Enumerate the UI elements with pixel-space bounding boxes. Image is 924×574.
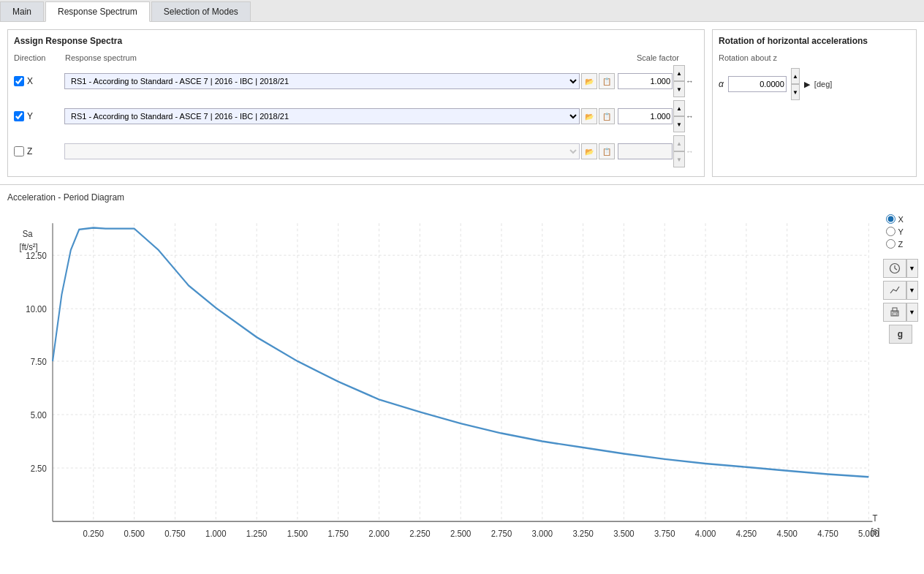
label-z: Z (27, 146, 32, 156)
scale-up-x[interactable]: ▲ (673, 65, 685, 81)
direction-row-y: Y RS1 - According to Standard - ASCE 7 |… (14, 100, 698, 132)
rs-wrap-y: RS1 - According to Standard - ASCE 7 | 2… (64, 108, 615, 124)
label-y: Y (27, 111, 33, 121)
svg-text:2.250: 2.250 (409, 528, 431, 539)
main-content: Assign Response Spectra Direction Respon… (0, 22, 924, 574)
svg-text:4.250: 4.250 (736, 528, 757, 539)
svg-text:4.500: 4.500 (776, 528, 798, 539)
rotation-row: α 0.0000 ▲ ▼ ▶ [deg] (719, 68, 910, 100)
svg-text:1.750: 1.750 (328, 528, 349, 539)
rotation-about-z: Rotation about z (719, 53, 910, 62)
rs-select-x[interactable]: RS1 - According to Standard - ASCE 7 | 2… (64, 73, 580, 89)
rot-down[interactable]: ▼ (791, 84, 800, 100)
checkbox-y[interactable] (14, 111, 24, 121)
chart-svg: .grid-line { stroke: #ccc; stroke-width:… (7, 205, 884, 570)
dir-x-label: X (14, 76, 61, 86)
rot-up[interactable]: ▲ (791, 68, 800, 84)
tab-response-spectrum[interactable]: Response Spectrum (45, 1, 150, 22)
radio-y[interactable] (886, 227, 895, 236)
assign-panel-title: Assign Response Spectra (14, 36, 698, 46)
rs-open-btn-y[interactable]: 📂 (581, 108, 597, 124)
alpha-label: α (719, 79, 724, 89)
rotation-input[interactable]: 0.0000 (728, 76, 787, 92)
svg-text:7.50: 7.50 (31, 356, 47, 367)
bottom-panel: Acceleration - Period Diagram .grid-line… (0, 185, 924, 574)
arrow-y: ↔ (686, 112, 694, 121)
svg-text:1.500: 1.500 (287, 528, 308, 539)
chart-controls: X Y Z ▼ (884, 192, 917, 570)
direction-row-z: Z 📂 📋 ▲ ▼ ↔ (14, 135, 698, 167)
scale-input-y[interactable]: 1.000 (618, 108, 673, 124)
checkbox-x[interactable] (14, 76, 24, 86)
clock-icon (889, 263, 901, 274)
print-icon (889, 306, 901, 318)
rs-copy-btn-x[interactable]: 📋 (599, 73, 615, 89)
radio-y-label: Y (898, 227, 904, 236)
chart-title: Acceleration - Period Diagram (7, 192, 884, 203)
col-header-scale: Scale factor (618, 53, 698, 62)
svg-text:0.500: 0.500 (124, 528, 145, 539)
scale-wrap-y: 1.000 ▲ ▼ ↔ (618, 100, 698, 132)
rs-copy-btn-y[interactable]: 📋 (599, 108, 615, 124)
rs-select-y[interactable]: RS1 - According to Standard - ASCE 7 | 2… (64, 108, 580, 124)
svg-text:5.00: 5.00 (31, 409, 47, 420)
top-panel: Assign Response Spectra Direction Respon… (0, 22, 924, 185)
arrow-x: ↔ (686, 77, 694, 86)
checkbox-z[interactable] (14, 146, 24, 156)
svg-text:Sa: Sa (23, 228, 33, 239)
radio-z[interactable] (886, 239, 895, 249)
assign-panel: Assign Response Spectra Direction Respon… (7, 29, 705, 177)
label-x: X (27, 76, 33, 86)
svg-text:3.500: 3.500 (613, 528, 635, 539)
linechart-btn[interactable] (883, 281, 906, 300)
dir-z-label: Z (14, 146, 61, 156)
svg-point-62 (897, 311, 898, 313)
rs-select-z (64, 143, 580, 159)
clock-btn[interactable] (883, 259, 906, 278)
linechart-dropdown-btn[interactable]: ▼ (906, 281, 918, 300)
linechart-icon (889, 284, 901, 296)
print-btn[interactable] (883, 303, 906, 322)
svg-text:0.750: 0.750 (164, 528, 186, 539)
arrow-right-btn[interactable]: ▶ (804, 80, 810, 89)
col-header-rs: Response spectrum (65, 53, 618, 62)
svg-text:1.250: 1.250 (246, 528, 268, 539)
rs-open-btn-z[interactable]: 📂 (581, 143, 597, 159)
tab-main[interactable]: Main (0, 1, 44, 21)
svg-text:2.000: 2.000 (368, 528, 390, 539)
svg-text:0.250: 0.250 (83, 528, 105, 539)
tab-selection-modes[interactable]: Selection of Modes (151, 1, 251, 21)
chart-container: .grid-line { stroke: #ccc; stroke-width:… (7, 205, 884, 570)
rs-wrap-x: RS1 - According to Standard - ASCE 7 | 2… (64, 73, 615, 89)
svg-text:2.50: 2.50 (31, 463, 47, 474)
svg-line-58 (895, 268, 897, 270)
rs-wrap-z: 📂 📋 (64, 143, 615, 159)
svg-text:[s]: [s] (871, 526, 879, 537)
radio-x-row: X (886, 214, 915, 224)
radio-y-row: Y (886, 227, 915, 236)
scale-down-y[interactable]: ▼ (673, 116, 685, 132)
radio-x-label: X (898, 215, 904, 224)
scale-down-z: ▼ (673, 151, 685, 167)
radio-x[interactable] (886, 214, 895, 224)
svg-rect-61 (893, 313, 897, 315)
rs-open-btn-x[interactable]: 📂 (581, 73, 597, 89)
chart-area: Acceleration - Period Diagram .grid-line… (7, 192, 884, 570)
svg-text:3.750: 3.750 (654, 528, 675, 539)
print-dropdown-btn[interactable]: ▼ (906, 303, 918, 322)
rs-copy-btn-z[interactable]: 📋 (599, 143, 615, 159)
g-button[interactable]: g (889, 325, 912, 344)
clock-dropdown-btn[interactable]: ▼ (906, 259, 918, 278)
svg-text:[ft/s²]: [ft/s²] (20, 241, 38, 252)
scale-up-y[interactable]: ▲ (673, 100, 685, 116)
scale-input-x[interactable]: 1.000 (618, 73, 673, 89)
scale-down-x[interactable]: ▼ (673, 81, 685, 97)
svg-text:4.000: 4.000 (695, 528, 716, 539)
svg-text:3.250: 3.250 (572, 528, 594, 539)
scale-up-z: ▲ (673, 135, 685, 151)
rotation-panel-title: Rotation of horizontal accelerations (719, 36, 910, 46)
svg-text:2.750: 2.750 (491, 528, 512, 539)
direction-row-x: X RS1 - According to Standard - ASCE 7 |… (14, 65, 698, 97)
direction-header: Direction Response spectrum Scale factor (14, 53, 698, 62)
deg-label: [deg] (814, 80, 832, 88)
